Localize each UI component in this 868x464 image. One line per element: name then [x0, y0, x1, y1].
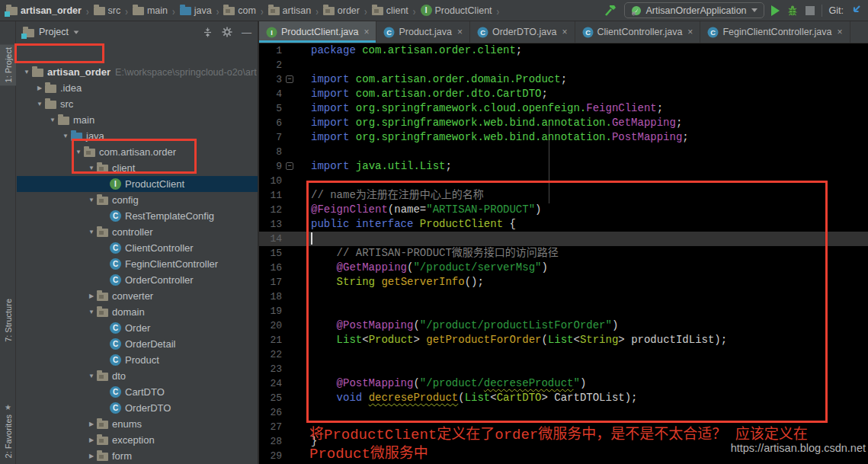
breadcrumb-item-java[interactable]: java [178, 5, 213, 16]
stop-button[interactable] [806, 6, 815, 15]
code-line-18[interactable]: 18 [259, 290, 868, 304]
tree-chevron-right-icon[interactable]: ▶ [34, 85, 45, 91]
tree-item-ClientController[interactable]: CClientController [17, 240, 258, 256]
code-line-4[interactable]: 4import com.artisan.order.dto.CartDTO; [259, 87, 868, 101]
tree-chevron-down-icon[interactable]: ▼ [86, 229, 97, 235]
tree-item-ProductClient[interactable]: IProductClient [17, 176, 258, 192]
tab-FeginClientController.java[interactable]: CFeginClientController.java× [700, 21, 850, 43]
code-line-20[interactable]: 20 @PostMapping("/product/productListFor… [259, 318, 868, 333]
code-line-19[interactable]: 19 [259, 304, 868, 318]
breadcrumb-item-client[interactable]: client [370, 5, 410, 16]
tree-chevron-right-icon[interactable]: ▶ [86, 437, 97, 443]
tree-item-OrderController[interactable]: COrderController [17, 272, 258, 288]
tree-item-src[interactable]: ▼src [17, 96, 258, 112]
code-line-3[interactable]: 3−import com.artisan.order.domain.Produc… [259, 72, 868, 87]
code-line-17[interactable]: 17 String getServerInfo(); [259, 275, 868, 290]
code-line-15[interactable]: 15 // ARTISAN-PRODUCT微服务接口的访问路径 [259, 246, 868, 261]
code-line-23[interactable]: 23 [259, 362, 868, 376]
debug-button[interactable] [786, 5, 799, 17]
tree-chevron-down-icon[interactable]: ▼ [86, 197, 97, 203]
code-area[interactable]: 1package com.artisan.order.client;23−imp… [259, 43, 868, 464]
hide-panel-icon[interactable]: — [242, 27, 251, 38]
code-line-12[interactable]: 12@FeignClient(name="ARTISAN-PRODUCT") [259, 203, 868, 217]
tree-item-client[interactable]: ▼client [17, 160, 258, 176]
tree-item-enums[interactable]: ▶enums [17, 416, 258, 432]
code-line-25[interactable]: 25 void decreseProduct(List<CartDTO> Car… [259, 391, 868, 405]
tree-item-exception[interactable]: ▶exception [17, 432, 258, 448]
breadcrumb-item-src[interactable]: src [92, 5, 123, 16]
close-icon[interactable]: × [687, 27, 693, 37]
tree-item-.idea[interactable]: ▶.idea [17, 80, 258, 96]
tool-stripe----project[interactable]: 1: Project [0, 44, 16, 85]
tree-item-config[interactable]: ▼config [17, 192, 258, 208]
code-line-11[interactable]: 11// name为注册在注册中心上的名称 [259, 188, 868, 203]
code-line-13[interactable]: 13public interface ProductClient { [259, 217, 868, 232]
tree-chevron-down-icon[interactable]: ▼ [47, 117, 58, 123]
tree-chevron-right-icon[interactable]: ▶ [86, 453, 97, 459]
breadcrumb-item-main[interactable]: main [131, 5, 169, 16]
tab-ProductClient.java[interactable]: IProductClient.java× [259, 21, 376, 43]
code-line-14[interactable]: 14 [259, 232, 868, 246]
code-line-2[interactable]: 2 [259, 58, 868, 72]
tree-item-main[interactable]: ▼main [17, 112, 258, 128]
chevron-down-icon[interactable] [74, 30, 79, 34]
tab-OrderDTO.java[interactable]: COrderDTO.java× [470, 21, 575, 43]
tab-ClientController.java[interactable]: CClientController.java× [575, 21, 701, 43]
tree-chevron-right-icon[interactable]: ▶ [86, 421, 97, 427]
tree-item-controller[interactable]: ▼controller [17, 224, 258, 240]
code-line-27[interactable]: 27 [259, 420, 868, 434]
tree-item-com.artisan.order[interactable]: ▼com.artisan.order [17, 144, 258, 160]
tool-stripe----favorites[interactable]: 2: Favorites★ [0, 400, 16, 461]
tree-chevron-down-icon[interactable]: ▼ [60, 133, 71, 139]
code-line-26[interactable]: 26 [259, 405, 868, 420]
tree-item-dto[interactable]: ▼dto [17, 368, 258, 384]
tree-item-java[interactable]: ▼java [17, 128, 258, 144]
tree-item-converter[interactable]: ▶converter [17, 288, 258, 304]
tree-chevron-down-icon[interactable]: ▼ [86, 309, 97, 315]
breadcrumb-item-com[interactable]: com [222, 5, 258, 16]
tool-stripe----structure[interactable]: 7: Structure [0, 296, 16, 345]
build-hammer-icon[interactable] [604, 4, 617, 17]
project-panel-title[interactable]: Project [39, 27, 69, 37]
code-line-24[interactable]: 24 @PostMapping("/product/decreseProduct… [259, 376, 868, 391]
tab-Product.java[interactable]: CProduct.java× [376, 21, 470, 43]
tree-chevron-right-icon[interactable]: ▶ [86, 293, 97, 299]
close-icon[interactable]: × [562, 27, 567, 37]
tree-chevron-down-icon[interactable]: ▼ [73, 149, 84, 155]
tree-chevron-down-icon[interactable]: ▼ [86, 373, 97, 379]
tree-chevron-down-icon[interactable]: ▼ [34, 101, 45, 107]
tree-chevron-down-icon[interactable]: ▼ [86, 165, 97, 171]
breadcrumb-item-artisan_order[interactable]: artisan_order [5, 5, 83, 16]
close-icon[interactable]: × [364, 27, 369, 37]
code-line-21[interactable]: 21 List<Product> getProductForOrder(List… [259, 333, 868, 347]
code-line-8[interactable]: 8 [259, 145, 868, 159]
code-line-7[interactable]: 7import org.springframework.web.bind.ann… [259, 130, 868, 145]
code-line-5[interactable]: 5import org.springframework.cloud.openfe… [259, 101, 868, 116]
tree-item-OrderDetail[interactable]: COrderDetail [17, 336, 258, 352]
tree-item-Order[interactable]: COrder [17, 320, 258, 336]
code-line-16[interactable]: 16 @GetMapping("/product/serverMsg") [259, 261, 868, 275]
code-line-9[interactable]: 9−import java.util.List; [259, 159, 868, 174]
tree-chevron-down-icon[interactable]: ▼ [21, 69, 32, 75]
code-line-1[interactable]: 1package com.artisan.order.client; [259, 43, 868, 58]
run-button[interactable] [771, 5, 780, 16]
code-line-6[interactable]: 6import org.springframework.web.bind.ann… [259, 116, 868, 130]
git-update-icon[interactable] [850, 5, 862, 16]
tree-item-RestTemplateConfig[interactable]: CRestTemplateConfig [17, 208, 258, 224]
breadcrumb-item-order[interactable]: order [322, 5, 361, 16]
tree-item-form[interactable]: ▶form [17, 448, 258, 464]
breadcrumb-item-ProductClient[interactable]: IProductClient [419, 5, 494, 16]
close-icon[interactable]: × [838, 27, 843, 37]
run-configuration-select[interactable]: o ArtisanOrderApplication [624, 2, 764, 18]
tree-item-Product[interactable]: CProduct [17, 352, 258, 368]
close-icon[interactable]: × [457, 27, 463, 37]
collapse-all-icon[interactable] [203, 27, 213, 37]
tree-item-FeginClientController[interactable]: CFeginClientController [17, 256, 258, 272]
fold-marker-icon[interactable]: − [286, 75, 293, 83]
tree-item-domain[interactable]: ▼domain [17, 304, 258, 320]
tree-item-CartDTO[interactable]: CCartDTO [17, 384, 258, 400]
breadcrumb-item-artisan[interactable]: artisan [267, 5, 313, 16]
code-line-10[interactable]: 10 [259, 174, 868, 188]
tree-item-OrderDTO[interactable]: COrderDTO [17, 400, 258, 416]
fold-marker-icon[interactable]: − [286, 162, 293, 170]
